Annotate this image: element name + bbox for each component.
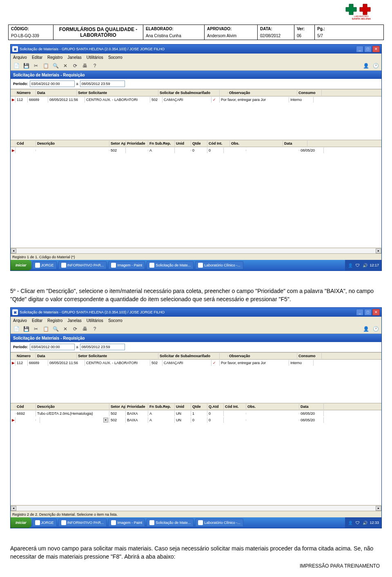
minimize-button[interactable]: _ — [356, 309, 363, 315]
tool-cut-icon[interactable]: ✂ — [32, 62, 40, 70]
maximize-button[interactable]: □ — [364, 46, 372, 52]
elab-label: ELABORADO: — [146, 27, 202, 31]
h-scrollbar[interactable]: ◂ ▸ — [11, 248, 381, 253]
sub-window-title: Solicitação de Materiais - Requisição — [11, 334, 381, 342]
tool-copy-icon[interactable]: 📋 — [42, 62, 50, 70]
tool-user-icon[interactable]: 👤 — [362, 62, 370, 70]
tool-cut-icon[interactable]: ✂ — [32, 325, 40, 333]
task-item[interactable]: Laboratório Clínico -... — [195, 261, 243, 269]
tool-copy-icon[interactable]: 📋 — [42, 325, 50, 333]
elab-value: Ana Cristina Cunha — [146, 34, 202, 38]
tool-clock-icon[interactable]: 🕐 — [372, 62, 380, 70]
start-button[interactable]: Iniciar — [11, 517, 31, 528]
tray-msn-icon[interactable]: 👤 — [347, 520, 353, 526]
tray-shield-icon[interactable]: 🛡 — [355, 520, 361, 526]
menu-editar[interactable]: Editar — [32, 55, 42, 60]
maximize-button[interactable]: □ — [364, 309, 372, 315]
menu-utilitarios[interactable]: Utilitários — [87, 55, 103, 60]
data-value: 02/08/2012 — [260, 34, 292, 38]
tool-delete-icon[interactable]: ✕ — [61, 325, 69, 333]
tool-help-icon[interactable]: ? — [91, 62, 99, 70]
tool-search-icon[interactable]: 🔍 — [51, 62, 60, 70]
task-item[interactable]: Laboratório Clínico -... — [195, 519, 243, 527]
menu-socorro[interactable]: Socorro — [108, 318, 122, 323]
tool-new-icon[interactable]: 📄 — [12, 325, 20, 333]
grid1-row[interactable]: ▶ 112 66689 08/05/2012 11:56 CENTRO AUX.… — [11, 360, 381, 366]
task-item[interactable]: Solicitação de Mate... — [147, 519, 194, 527]
window-title: Solicitação de Materiais - GRUPO SANTA H… — [20, 310, 165, 314]
tray-shield-icon[interactable]: 🛡 — [355, 262, 361, 268]
aprov-label: APROVADO: — [207, 27, 255, 31]
periodo-to-input[interactable]: 08/05/2012 23:59 — [80, 344, 125, 350]
close-button[interactable]: ✕ — [372, 309, 380, 315]
task-item[interactable]: INFORMATIVO PAR... — [58, 261, 107, 269]
start-button[interactable]: Iniciar — [11, 260, 31, 271]
ver-label: Ver: — [297, 27, 312, 31]
scroll-left-icon[interactable]: ◂ — [11, 506, 16, 511]
toolbar: 📄 💾 ✂ 📋 🔍 ✕ ⟳ 🖶 ? 👤 🕐 — [11, 61, 381, 71]
periodo-from-input[interactable]: 03/04/2012 00:00 — [30, 344, 75, 350]
taskbar: Iniciar JORGE INFORMATIVO PAR... Imagem … — [11, 517, 381, 528]
tool-new-icon[interactable]: 📄 — [12, 62, 20, 70]
tool-print-icon[interactable]: 🖶 — [81, 325, 89, 333]
menu-janelas[interactable]: Janelas — [67, 55, 81, 60]
close-button[interactable]: ✕ — [372, 46, 380, 52]
grid2b-row-a[interactable]: 6692 Tubo c/EDTA 2.0mL(Hematologia) 502 … — [11, 410, 381, 417]
tool-refresh-icon[interactable]: ⟳ — [71, 62, 79, 70]
tool-help-icon[interactable]: ? — [91, 325, 99, 333]
h-scrollbar[interactable]: ◂ ▸ — [11, 505, 381, 511]
app-icon: ▣ — [12, 309, 18, 315]
codigo-value: PO-LB-GQ-339 — [11, 34, 51, 38]
menu-editar[interactable]: Editar — [32, 318, 42, 323]
paragraph-1: 5º - Clicar em "Descrição", selecione o … — [10, 287, 382, 303]
tool-search-icon[interactable]: 🔍 — [51, 325, 60, 333]
task-item[interactable]: Imagem - Paint — [108, 519, 145, 527]
dropdown-icon[interactable]: ▾ — [103, 418, 108, 423]
scroll-left-icon[interactable]: ◂ — [11, 248, 16, 253]
document-title: FORMULÁRIOS DA QUALIDADE - LABORATÓRIO — [56, 27, 140, 38]
periodo-row: Período: 03/04/2012 00:00 a 08/05/2012 2… — [11, 79, 381, 89]
minimize-button[interactable]: _ — [356, 46, 363, 52]
menu-arquivo[interactable]: Arquivo — [13, 55, 27, 60]
periodo-label: Período: — [13, 82, 28, 86]
tray-volume-icon[interactable]: 🔊 — [362, 520, 368, 526]
titlebar: ▣ Solicitação de Materiais - GRUPO SANTA… — [11, 45, 381, 54]
grid2b-row-b[interactable]: ▶ ▾ 502 BAIXA A UN 0 0 08/05/20 — [11, 417, 381, 423]
tool-print-icon[interactable]: 🖶 — [81, 62, 89, 70]
task-item[interactable]: Imagem - Paint — [108, 261, 145, 269]
menu-utilitarios[interactable]: Utilitários — [87, 318, 103, 323]
task-item[interactable]: Solicitação de Mate... — [147, 261, 194, 269]
system-tray: 👤 🛡 🔊 12:33 — [345, 517, 381, 528]
tray-volume-icon[interactable]: 🔊 — [362, 262, 368, 268]
scroll-right-icon[interactable]: ▸ — [376, 506, 381, 511]
grid1-row[interactable]: ▶ 112 66689 08/05/2012 11:56 CENTRO AUX.… — [11, 96, 381, 103]
menu-janelas[interactable]: Janelas — [67, 318, 81, 323]
task-item[interactable]: INFORMATIVO PAR... — [58, 519, 107, 527]
task-item[interactable]: JORGE — [32, 261, 57, 269]
col-numero: Número — [16, 90, 36, 96]
system-tray: 👤 🛡 🔊 12:17 — [345, 260, 381, 271]
periodo-to-input[interactable]: 08/05/2012 23:59 — [80, 81, 125, 87]
menubar: Arquivo Editar Registro Janelas Utilitár… — [11, 54, 381, 61]
tool-clock-icon[interactable]: 🕐 — [372, 325, 380, 333]
periodo-from-input[interactable]: 03/04/2012 00:00 — [30, 81, 75, 87]
tray-msn-icon[interactable]: 👤 — [347, 262, 353, 268]
ver-value: 06 — [297, 34, 312, 38]
aprov-value: Andersom Alvim — [207, 34, 255, 38]
task-item[interactable]: JORGE — [32, 519, 57, 527]
col-data: Data — [36, 90, 77, 96]
app-icon: ▣ — [12, 46, 18, 52]
menubar: Arquivo Editar Registro Janelas Utilitár… — [11, 317, 381, 324]
col-obs: Observação — [228, 90, 297, 96]
menu-registro[interactable]: Registro — [47, 55, 62, 60]
scroll-right-icon[interactable]: ▸ — [376, 248, 381, 253]
tool-save-icon[interactable]: 💾 — [22, 62, 30, 70]
tool-save-icon[interactable]: 💾 — [22, 325, 30, 333]
menu-registro[interactable]: Registro — [47, 318, 62, 323]
menu-arquivo[interactable]: Arquivo — [13, 318, 27, 323]
menu-socorro[interactable]: Socorro — [108, 55, 122, 60]
tool-user-icon[interactable]: 👤 — [362, 325, 370, 333]
tool-delete-icon[interactable]: ✕ — [61, 62, 69, 70]
tool-refresh-icon[interactable]: ⟳ — [71, 325, 79, 333]
grid2-row[interactable]: ▶ 502 A 0 0 08/05/20 — [11, 147, 381, 154]
